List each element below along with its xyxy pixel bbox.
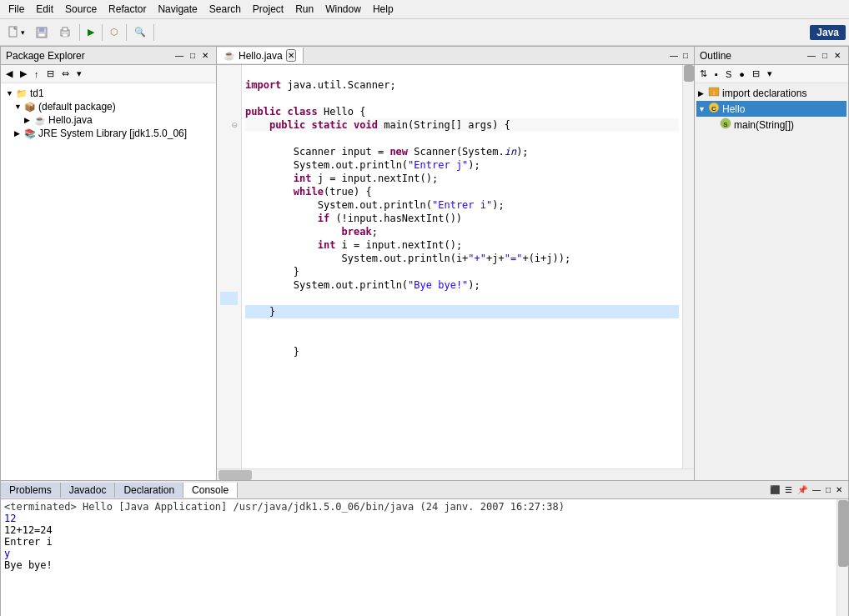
outline-panel: Outline — □ ✕ ⇅ ▪ S ● ⊟ ▾ ▶	[695, 46, 849, 481]
tree-label-td1: td1	[30, 88, 44, 99]
print-button[interactable]	[54, 23, 76, 42]
bottom-close[interactable]: ✕	[833, 484, 845, 495]
maximize-button[interactable]: □	[188, 50, 198, 61]
toolbar-separator-2	[102, 24, 103, 41]
menu-refactor[interactable]: Refactor	[103, 2, 151, 17]
svg-text:C: C	[711, 105, 716, 113]
collapse-all-btn[interactable]: ⊟	[43, 67, 58, 81]
svg-rect-8	[63, 28, 68, 31]
svg-rect-5	[39, 28, 44, 32]
tab-close-button[interactable]: ✕	[286, 49, 296, 62]
outline-label-main: main(String[])	[734, 119, 794, 131]
expand-icon-4: ▶	[14, 129, 24, 138]
save-button[interactable]	[31, 23, 53, 42]
tree-label-hello-java: Hello.java	[48, 114, 93, 126]
tab-hello-java[interactable]: ☕ Hello.java ✕	[217, 48, 304, 63]
tab-label: Hello.java	[239, 50, 283, 62]
outline-minimize[interactable]: —	[805, 50, 818, 61]
menu-help[interactable]: Help	[368, 2, 399, 17]
menu-source[interactable]: Source	[60, 2, 102, 17]
main-toolbar: ▾ ▶ ⬡ 🔍 Java	[0, 19, 849, 46]
console-vertical-scroll[interactable]	[836, 499, 848, 616]
method-expand	[710, 121, 720, 129]
bottom-panel: Problems Javadoc Declaration Console ⬛ ☰…	[0, 481, 849, 616]
outline-label-imports: import declarations	[722, 88, 806, 99]
tab-console[interactable]: Console	[183, 483, 238, 498]
menu-navigate[interactable]: Navigate	[153, 2, 202, 17]
outline-sync[interactable]: ●	[736, 68, 748, 81]
expand-imports: ▶	[698, 89, 708, 98]
outline-item-imports[interactable]: ▶ i import declarations	[696, 85, 846, 101]
editor-tab-controls: — □	[667, 50, 694, 61]
expand-icon-3: ▶	[24, 116, 34, 124]
outline-sort[interactable]: ⇅	[696, 67, 711, 81]
java-tab-icon: ☕	[224, 50, 235, 61]
console-line-3: y	[4, 548, 833, 559]
forward-btn[interactable]: ▶	[17, 67, 30, 81]
console-line-0: 12	[4, 513, 833, 524]
outline-hide-fields[interactable]: ▪	[711, 68, 721, 81]
bottom-stop-btn[interactable]: ⬛	[767, 484, 782, 495]
console-content-wrapper: <terminated> Hello [Java Application] /u…	[1, 499, 848, 616]
middle-section: Package Explorer — □ ✕ ◀ ▶ ↑ ⊟ ⇔ ▾ ▼ �	[0, 46, 849, 481]
outline-maximize[interactable]: □	[820, 50, 830, 61]
tree-label-jre: JRE System Library [jdk1.5.0_06]	[38, 128, 187, 139]
editor-maximize[interactable]: □	[681, 50, 691, 61]
tree-item-jre[interactable]: ▶ 📚 JRE System Library [jdk1.5.0_06]	[4, 127, 213, 140]
line-numbers: ⊖	[217, 65, 242, 468]
outline-title: Outline	[700, 50, 731, 62]
console-line-2: Entrer i	[4, 536, 833, 548]
bottom-minimize[interactable]: —	[810, 484, 823, 495]
code-editor[interactable]: import java.util.Scanner; public class H…	[242, 65, 682, 468]
run-button[interactable]: ▶	[83, 24, 98, 40]
new-button[interactable]: ▾	[3, 23, 29, 42]
project-icon: 📁	[16, 88, 28, 99]
minimize-button[interactable]: —	[173, 50, 186, 61]
menu-btn[interactable]: ▾	[73, 67, 85, 81]
console-terminated-line: <terminated> Hello [Java Application] /u…	[4, 501, 833, 513]
svg-rect-9	[63, 33, 68, 37]
editor-minimize[interactable]: —	[667, 50, 681, 61]
main-layout: Package Explorer — □ ✕ ◀ ▶ ↑ ⊟ ⇔ ▾ ▼ �	[0, 46, 849, 616]
expand-icon-2: ▼	[14, 103, 24, 111]
outline-item-main[interactable]: S main(String[])	[696, 117, 846, 133]
outline-item-hello-class[interactable]: ▼ C Hello	[696, 101, 846, 117]
editor-vertical-scroll[interactable]	[682, 65, 694, 468]
search-button[interactable]: 🔍	[130, 24, 150, 40]
console-line-1: 12+12=24	[4, 524, 833, 536]
tab-problems[interactable]: Problems	[1, 483, 61, 498]
package-explorer-header: Package Explorer — □ ✕	[1, 47, 216, 65]
bottom-pin-btn[interactable]: 📌	[795, 484, 810, 495]
sync-btn[interactable]: ↑	[31, 68, 43, 81]
menu-project[interactable]: Project	[248, 2, 289, 17]
tree-item-default-package[interactable]: ▼ 📦 (default package)	[4, 100, 213, 113]
editor-content-area: ⊖	[217, 65, 694, 468]
link-btn[interactable]: ⇔	[58, 67, 73, 81]
menu-file[interactable]: File	[3, 2, 29, 17]
console-tab-label: Console	[192, 484, 229, 496]
menu-window[interactable]: Window	[320, 2, 366, 17]
outline-menu[interactable]: ▾	[764, 67, 776, 81]
tab-declaration[interactable]: Declaration	[115, 483, 183, 498]
bottom-maximize[interactable]: □	[823, 484, 833, 495]
menu-search[interactable]: Search	[204, 2, 246, 17]
menu-run[interactable]: Run	[290, 2, 319, 17]
editor-panel: ☕ Hello.java ✕ — □ ⊖	[217, 46, 695, 481]
svg-rect-6	[38, 33, 45, 37]
debug-button[interactable]: ⬡	[106, 24, 123, 40]
close-button[interactable]: ✕	[199, 50, 211, 61]
menu-edit[interactable]: Edit	[31, 2, 58, 17]
outline-close[interactable]: ✕	[831, 50, 843, 61]
outline-collapse[interactable]: ⊟	[749, 67, 763, 81]
console-output: <terminated> Hello [Java Application] /u…	[1, 499, 836, 616]
editor-horizontal-scroll[interactable]	[217, 468, 694, 480]
outline-hide-static[interactable]: S	[722, 68, 735, 81]
back-btn[interactable]: ◀	[3, 67, 16, 81]
editor-tab-bar: ☕ Hello.java ✕ — □	[217, 47, 694, 65]
tree-item-hello-java[interactable]: ▶ ☕ Hello.java	[4, 113, 213, 127]
bottom-clear-btn[interactable]: ☰	[782, 484, 795, 495]
tree-item-td1[interactable]: ▼ 📁 td1	[4, 87, 213, 100]
outline-tree: ▶ i import declarations ▼ C Hello	[695, 83, 848, 480]
tree-label-default-package: (default package)	[38, 101, 116, 113]
tab-javadoc[interactable]: Javadoc	[61, 483, 116, 498]
